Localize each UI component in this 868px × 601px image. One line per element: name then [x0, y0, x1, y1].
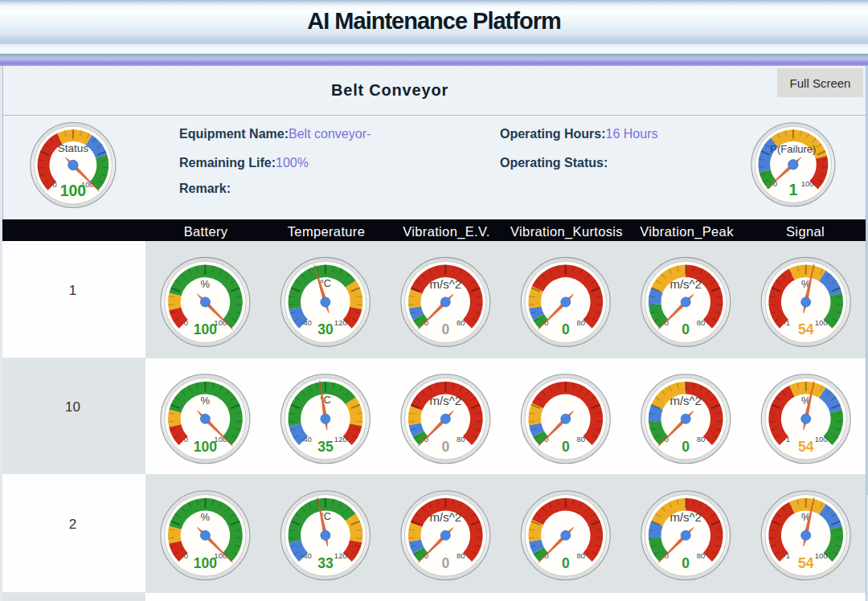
svg-text:120: 120 [334, 551, 347, 560]
svg-text:%: % [201, 395, 211, 407]
svg-text:%: % [201, 278, 211, 290]
svg-text:100: 100 [815, 435, 828, 444]
svg-text:80: 80 [576, 551, 585, 560]
svg-text:m/s^2: m/s^2 [669, 510, 702, 524]
svg-text:35: 35 [317, 439, 334, 455]
svg-text:0: 0 [562, 555, 570, 571]
svg-text:0: 0 [441, 555, 449, 571]
svg-text:80: 80 [457, 551, 465, 560]
svg-text:80: 80 [697, 435, 706, 444]
svg-text:30: 30 [317, 321, 334, 337]
svg-text:100: 100 [194, 321, 217, 337]
svg-text:80: 80 [576, 318, 585, 327]
svg-text:0: 0 [184, 551, 188, 560]
svg-text:0: 0 [184, 318, 188, 327]
svg-text:-40: -40 [301, 551, 312, 560]
svg-text:%: % [201, 511, 211, 523]
svg-text:0: 0 [184, 435, 188, 444]
svg-text:0: 0 [682, 321, 690, 337]
svg-text:1: 1 [788, 181, 797, 198]
svg-text:-40: -40 [301, 435, 312, 444]
svg-text:120: 120 [334, 435, 347, 444]
svg-text:80: 80 [697, 318, 706, 327]
svg-text:54: 54 [798, 321, 814, 337]
svg-text:54: 54 [798, 439, 814, 455]
svg-text:0: 0 [682, 555, 690, 571]
svg-text:0: 0 [441, 439, 449, 455]
svg-text:100: 100 [815, 318, 828, 327]
svg-text:80: 80 [457, 435, 465, 444]
svg-text:m/s^2: m/s^2 [669, 394, 702, 407]
svg-text:0: 0 [52, 180, 56, 189]
svg-text:-1: -1 [784, 551, 790, 560]
svg-text:m/s^2: m/s^2 [430, 277, 462, 291]
svg-text:m/s^2: m/s^2 [430, 394, 462, 407]
svg-text:100: 100 [815, 551, 828, 560]
svg-text:-40: -40 [301, 318, 312, 327]
svg-text:m/s^2: m/s^2 [669, 277, 702, 291]
svg-text:80: 80 [457, 318, 465, 327]
svg-text:0: 0 [562, 439, 570, 455]
svg-text:0: 0 [441, 321, 449, 337]
svg-text:-1: -1 [784, 318, 790, 327]
svg-text:Status: Status [58, 142, 89, 154]
svg-text:33: 33 [317, 555, 334, 571]
svg-text:80: 80 [697, 551, 706, 560]
svg-text:P(Failure): P(Failure) [770, 143, 816, 155]
svg-text:100: 100 [60, 182, 87, 199]
svg-text:0: 0 [562, 321, 570, 337]
svg-text:120: 120 [334, 318, 347, 327]
svg-text:80: 80 [576, 435, 585, 444]
svg-text:100: 100 [194, 555, 217, 571]
svg-text:100: 100 [194, 439, 217, 455]
svg-text:0: 0 [682, 439, 690, 455]
svg-text:100: 100 [801, 179, 814, 188]
svg-text:m/s^2: m/s^2 [430, 510, 462, 524]
svg-text:54: 54 [798, 555, 814, 571]
svg-text:-1: -1 [784, 435, 790, 444]
